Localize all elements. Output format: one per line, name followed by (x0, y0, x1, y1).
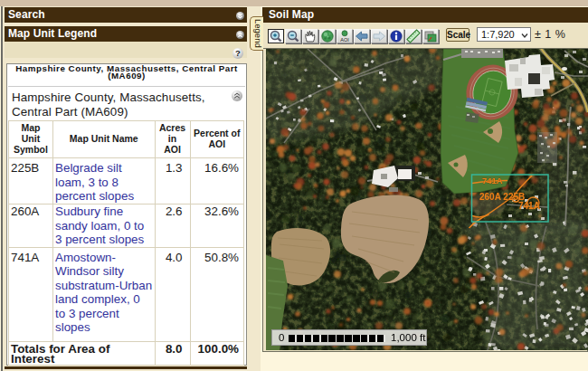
svg-text:741A: 741A (482, 176, 503, 186)
svg-text:741A: 741A (518, 201, 540, 211)
svg-text:AOI: AOI (340, 37, 349, 43)
